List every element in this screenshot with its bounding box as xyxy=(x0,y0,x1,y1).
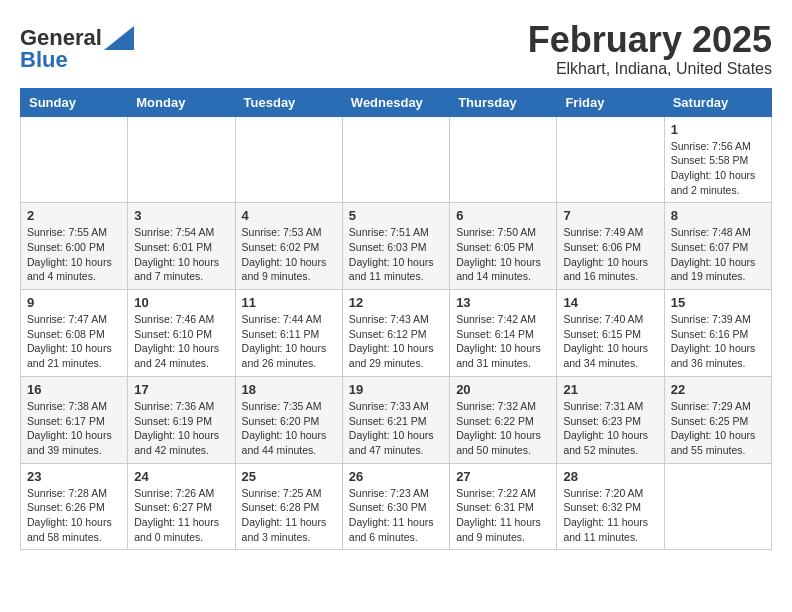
calendar-cell: 6Sunrise: 7:50 AM Sunset: 6:05 PM Daylig… xyxy=(450,203,557,290)
day-number: 20 xyxy=(456,382,550,397)
calendar-cell: 26Sunrise: 7:23 AM Sunset: 6:30 PM Dayli… xyxy=(342,463,449,550)
weekday-header-thursday: Thursday xyxy=(450,88,557,116)
day-info: Sunrise: 7:39 AM Sunset: 6:16 PM Dayligh… xyxy=(671,312,765,371)
weekday-header-friday: Friday xyxy=(557,88,664,116)
day-number: 1 xyxy=(671,122,765,137)
calendar-cell: 28Sunrise: 7:20 AM Sunset: 6:32 PM Dayli… xyxy=(557,463,664,550)
calendar-cell: 21Sunrise: 7:31 AM Sunset: 6:23 PM Dayli… xyxy=(557,376,664,463)
day-info: Sunrise: 7:29 AM Sunset: 6:25 PM Dayligh… xyxy=(671,399,765,458)
calendar-cell: 8Sunrise: 7:48 AM Sunset: 6:07 PM Daylig… xyxy=(664,203,771,290)
day-number: 25 xyxy=(242,469,336,484)
day-number: 24 xyxy=(134,469,228,484)
day-info: Sunrise: 7:23 AM Sunset: 6:30 PM Dayligh… xyxy=(349,486,443,545)
day-info: Sunrise: 7:20 AM Sunset: 6:32 PM Dayligh… xyxy=(563,486,657,545)
day-number: 21 xyxy=(563,382,657,397)
calendar-cell xyxy=(128,116,235,203)
weekday-header-sunday: Sunday xyxy=(21,88,128,116)
calendar-cell xyxy=(557,116,664,203)
calendar-cell: 20Sunrise: 7:32 AM Sunset: 6:22 PM Dayli… xyxy=(450,376,557,463)
logo-icon xyxy=(104,26,134,50)
day-number: 10 xyxy=(134,295,228,310)
day-number: 2 xyxy=(27,208,121,223)
calendar-cell: 7Sunrise: 7:49 AM Sunset: 6:06 PM Daylig… xyxy=(557,203,664,290)
calendar-cell: 5Sunrise: 7:51 AM Sunset: 6:03 PM Daylig… xyxy=(342,203,449,290)
day-info: Sunrise: 7:48 AM Sunset: 6:07 PM Dayligh… xyxy=(671,225,765,284)
day-info: Sunrise: 7:47 AM Sunset: 6:08 PM Dayligh… xyxy=(27,312,121,371)
day-info: Sunrise: 7:38 AM Sunset: 6:17 PM Dayligh… xyxy=(27,399,121,458)
weekday-header-monday: Monday xyxy=(128,88,235,116)
day-info: Sunrise: 7:51 AM Sunset: 6:03 PM Dayligh… xyxy=(349,225,443,284)
calendar-cell: 15Sunrise: 7:39 AM Sunset: 6:16 PM Dayli… xyxy=(664,290,771,377)
day-number: 23 xyxy=(27,469,121,484)
day-number: 17 xyxy=(134,382,228,397)
day-number: 9 xyxy=(27,295,121,310)
calendar-cell: 3Sunrise: 7:54 AM Sunset: 6:01 PM Daylig… xyxy=(128,203,235,290)
day-number: 4 xyxy=(242,208,336,223)
day-number: 19 xyxy=(349,382,443,397)
day-info: Sunrise: 7:56 AM Sunset: 5:58 PM Dayligh… xyxy=(671,139,765,198)
day-info: Sunrise: 7:31 AM Sunset: 6:23 PM Dayligh… xyxy=(563,399,657,458)
day-number: 7 xyxy=(563,208,657,223)
day-info: Sunrise: 7:55 AM Sunset: 6:00 PM Dayligh… xyxy=(27,225,121,284)
calendar-cell: 1Sunrise: 7:56 AM Sunset: 5:58 PM Daylig… xyxy=(664,116,771,203)
calendar-cell: 27Sunrise: 7:22 AM Sunset: 6:31 PM Dayli… xyxy=(450,463,557,550)
day-info: Sunrise: 7:36 AM Sunset: 6:19 PM Dayligh… xyxy=(134,399,228,458)
calendar-cell: 17Sunrise: 7:36 AM Sunset: 6:19 PM Dayli… xyxy=(128,376,235,463)
weekday-header-wednesday: Wednesday xyxy=(342,88,449,116)
calendar-cell xyxy=(450,116,557,203)
day-info: Sunrise: 7:28 AM Sunset: 6:26 PM Dayligh… xyxy=(27,486,121,545)
logo-blue-text: Blue xyxy=(20,47,68,73)
calendar-cell xyxy=(21,116,128,203)
weekday-header-saturday: Saturday xyxy=(664,88,771,116)
day-info: Sunrise: 7:22 AM Sunset: 6:31 PM Dayligh… xyxy=(456,486,550,545)
calendar-cell: 19Sunrise: 7:33 AM Sunset: 6:21 PM Dayli… xyxy=(342,376,449,463)
day-info: Sunrise: 7:42 AM Sunset: 6:14 PM Dayligh… xyxy=(456,312,550,371)
day-info: Sunrise: 7:49 AM Sunset: 6:06 PM Dayligh… xyxy=(563,225,657,284)
day-number: 18 xyxy=(242,382,336,397)
calendar-cell: 4Sunrise: 7:53 AM Sunset: 6:02 PM Daylig… xyxy=(235,203,342,290)
calendar-cell xyxy=(342,116,449,203)
day-info: Sunrise: 7:46 AM Sunset: 6:10 PM Dayligh… xyxy=(134,312,228,371)
calendar-cell: 16Sunrise: 7:38 AM Sunset: 6:17 PM Dayli… xyxy=(21,376,128,463)
day-number: 28 xyxy=(563,469,657,484)
day-info: Sunrise: 7:44 AM Sunset: 6:11 PM Dayligh… xyxy=(242,312,336,371)
day-info: Sunrise: 7:26 AM Sunset: 6:27 PM Dayligh… xyxy=(134,486,228,545)
day-info: Sunrise: 7:33 AM Sunset: 6:21 PM Dayligh… xyxy=(349,399,443,458)
day-number: 12 xyxy=(349,295,443,310)
calendar-cell: 13Sunrise: 7:42 AM Sunset: 6:14 PM Dayli… xyxy=(450,290,557,377)
calendar-cell: 22Sunrise: 7:29 AM Sunset: 6:25 PM Dayli… xyxy=(664,376,771,463)
day-info: Sunrise: 7:25 AM Sunset: 6:28 PM Dayligh… xyxy=(242,486,336,545)
calendar-cell xyxy=(664,463,771,550)
day-number: 15 xyxy=(671,295,765,310)
weekday-header-tuesday: Tuesday xyxy=(235,88,342,116)
calendar-cell: 2Sunrise: 7:55 AM Sunset: 6:00 PM Daylig… xyxy=(21,203,128,290)
calendar-cell: 9Sunrise: 7:47 AM Sunset: 6:08 PM Daylig… xyxy=(21,290,128,377)
calendar-cell xyxy=(235,116,342,203)
day-info: Sunrise: 7:32 AM Sunset: 6:22 PM Dayligh… xyxy=(456,399,550,458)
day-info: Sunrise: 7:54 AM Sunset: 6:01 PM Dayligh… xyxy=(134,225,228,284)
day-info: Sunrise: 7:40 AM Sunset: 6:15 PM Dayligh… xyxy=(563,312,657,371)
calendar-cell: 11Sunrise: 7:44 AM Sunset: 6:11 PM Dayli… xyxy=(235,290,342,377)
day-number: 22 xyxy=(671,382,765,397)
day-number: 26 xyxy=(349,469,443,484)
day-number: 13 xyxy=(456,295,550,310)
day-info: Sunrise: 7:53 AM Sunset: 6:02 PM Dayligh… xyxy=(242,225,336,284)
calendar-cell: 23Sunrise: 7:28 AM Sunset: 6:26 PM Dayli… xyxy=(21,463,128,550)
day-info: Sunrise: 7:50 AM Sunset: 6:05 PM Dayligh… xyxy=(456,225,550,284)
calendar-cell: 12Sunrise: 7:43 AM Sunset: 6:12 PM Dayli… xyxy=(342,290,449,377)
day-number: 27 xyxy=(456,469,550,484)
calendar-cell: 10Sunrise: 7:46 AM Sunset: 6:10 PM Dayli… xyxy=(128,290,235,377)
calendar-cell: 18Sunrise: 7:35 AM Sunset: 6:20 PM Dayli… xyxy=(235,376,342,463)
calendar-cell: 25Sunrise: 7:25 AM Sunset: 6:28 PM Dayli… xyxy=(235,463,342,550)
day-number: 11 xyxy=(242,295,336,310)
day-number: 8 xyxy=(671,208,765,223)
day-info: Sunrise: 7:35 AM Sunset: 6:20 PM Dayligh… xyxy=(242,399,336,458)
calendar-cell: 24Sunrise: 7:26 AM Sunset: 6:27 PM Dayli… xyxy=(128,463,235,550)
day-number: 5 xyxy=(349,208,443,223)
day-number: 16 xyxy=(27,382,121,397)
svg-marker-0 xyxy=(104,26,134,50)
day-number: 3 xyxy=(134,208,228,223)
day-number: 14 xyxy=(563,295,657,310)
calendar-table: SundayMondayTuesdayWednesdayThursdayFrid… xyxy=(20,88,772,551)
calendar-cell: 14Sunrise: 7:40 AM Sunset: 6:15 PM Dayli… xyxy=(557,290,664,377)
